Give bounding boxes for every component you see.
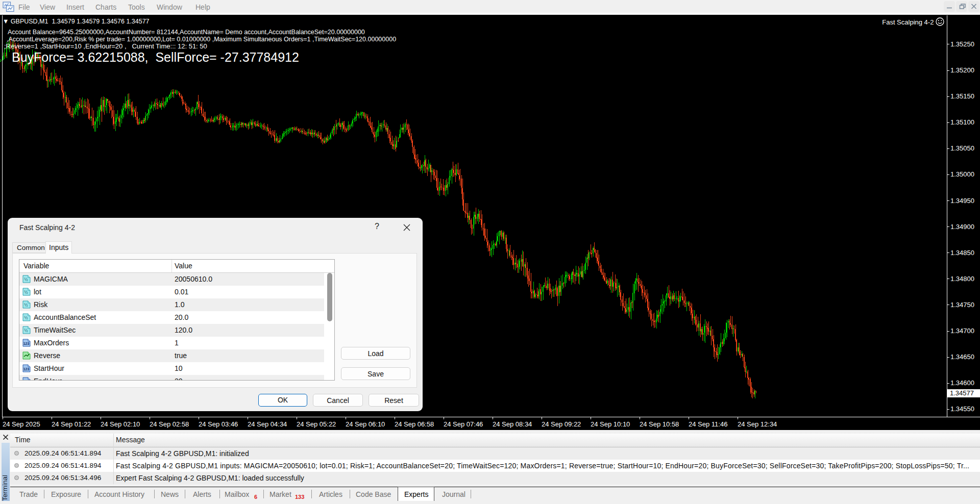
- svg-text:½: ½: [24, 290, 28, 295]
- svg-text:½: ½: [24, 303, 28, 308]
- svg-text:½: ½: [24, 277, 28, 282]
- svg-text:123: 123: [23, 380, 30, 381]
- svg-text:½: ½: [24, 315, 28, 320]
- svg-text:123: 123: [23, 367, 30, 371]
- svg-text:123: 123: [23, 342, 30, 345]
- svg-text:½: ½: [24, 328, 28, 333]
